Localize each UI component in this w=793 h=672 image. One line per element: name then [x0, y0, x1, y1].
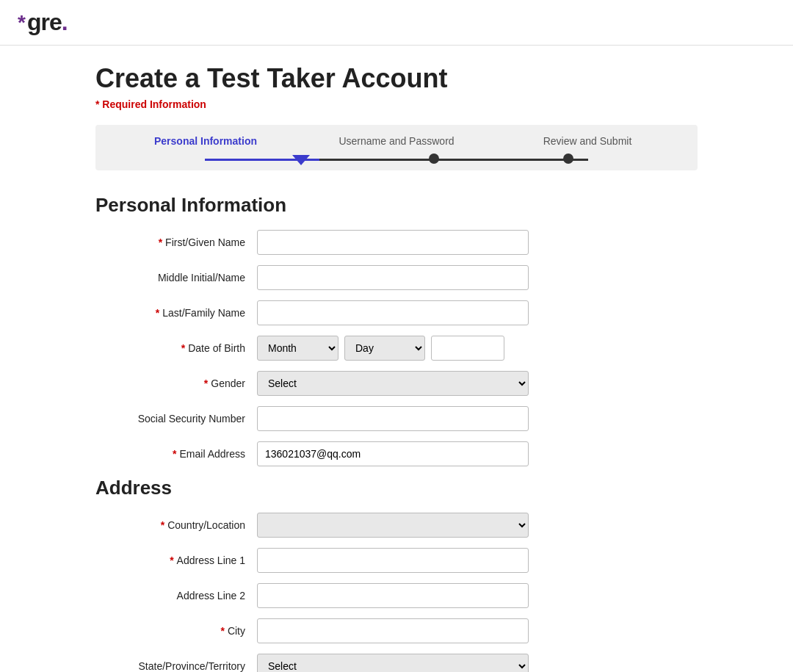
steps-bar: Personal Information Username and Passwo…: [95, 125, 698, 170]
email-required: *: [173, 448, 176, 460]
gender-required: *: [204, 377, 208, 389]
logo-dot: .: [62, 9, 68, 36]
ssn-row: Social Security Number: [95, 406, 698, 431]
page-title: Create a Test Taker Account: [95, 63, 698, 94]
required-info: * Required Information: [95, 98, 698, 110]
address1-label: *Address Line 1: [95, 554, 257, 566]
city-label: *City: [95, 625, 257, 637]
ssn-field: [257, 406, 698, 431]
country-row: *Country/Location United States China In…: [95, 513, 698, 538]
logo-asterisk: *: [18, 11, 26, 35]
dob-required: *: [181, 342, 185, 354]
steps-track: [110, 153, 683, 170]
address2-input[interactable]: [257, 583, 529, 608]
step-dot-3: [563, 153, 573, 164]
country-select[interactable]: United States China India Other: [257, 513, 529, 538]
address1-required: *: [170, 554, 173, 566]
email-label: *Email Address: [95, 448, 257, 460]
address2-label: Address Line 2: [95, 590, 257, 601]
dob-field: Month JanuaryFebruaryMarch AprilMayJune …: [257, 336, 698, 361]
first-name-required: *: [159, 236, 162, 248]
step-label-username[interactable]: Username and Password: [301, 135, 492, 147]
logo: * gre .: [18, 9, 68, 36]
ssn-input[interactable]: [257, 406, 529, 431]
email-input[interactable]: [257, 441, 529, 466]
dob-year-input[interactable]: [431, 336, 504, 361]
address1-input[interactable]: [257, 548, 529, 573]
middle-initial-label: Middle Initial/Name: [95, 272, 257, 283]
city-field: [257, 618, 698, 643]
dob-day-select[interactable]: Day for(let i=1;i<=31;i++) document.writ…: [344, 336, 425, 361]
address-title: Address: [95, 477, 698, 499]
middle-initial-field: [257, 265, 698, 290]
first-name-label: *First/Given Name: [95, 236, 257, 248]
step-dot-1: [292, 155, 310, 165]
state-select[interactable]: Select Alabama Alaska California New Yor…: [257, 654, 529, 672]
ssn-label: Social Security Number: [95, 413, 257, 424]
city-row: *City: [95, 618, 698, 643]
state-field: Select Alabama Alaska California New Yor…: [257, 654, 698, 672]
dob-label: *Date of Birth: [95, 342, 257, 354]
required-label: Required Information: [102, 98, 206, 110]
country-field: United States China India Other: [257, 513, 698, 538]
dob-row: *Date of Birth Month JanuaryFebruaryMarc…: [95, 336, 698, 361]
first-name-row: *First/Given Name: [95, 230, 698, 255]
last-name-field: [257, 300, 698, 325]
step-dot-2: [429, 153, 439, 164]
step-label-personal[interactable]: Personal Information: [110, 135, 301, 147]
email-field: [257, 441, 698, 466]
steps-labels: Personal Information Username and Passwo…: [110, 135, 683, 147]
middle-initial-row: Middle Initial/Name: [95, 265, 698, 290]
address2-field: [257, 583, 698, 608]
logo-text: gre: [27, 9, 62, 36]
personal-info-title: Personal Information: [95, 194, 698, 217]
last-name-required: *: [156, 307, 159, 319]
city-input[interactable]: [257, 618, 529, 643]
country-label: *Country/Location: [95, 519, 257, 531]
header: * gre .: [0, 0, 793, 46]
address1-row: *Address Line 1: [95, 548, 698, 573]
address2-row: Address Line 2: [95, 583, 698, 608]
first-name-field: [257, 230, 698, 255]
state-label: State/Province/Territory: [95, 660, 257, 672]
gender-label: *Gender: [95, 377, 257, 389]
gender-select[interactable]: Select Male Female Other: [257, 371, 529, 396]
step-label-review[interactable]: Review and Submit: [492, 135, 683, 147]
city-required: *: [220, 625, 224, 637]
middle-initial-input[interactable]: [257, 265, 529, 290]
dob-month-select[interactable]: Month JanuaryFebruaryMarch AprilMayJune …: [257, 336, 338, 361]
state-row: State/Province/Territory Select Alabama …: [95, 654, 698, 672]
country-required: *: [161, 519, 164, 531]
page-content: Create a Test Taker Account * Required I…: [66, 46, 727, 672]
required-asterisk: *: [95, 98, 99, 110]
last-name-row: *Last/Family Name: [95, 300, 698, 325]
gender-field: Select Male Female Other: [257, 371, 698, 396]
last-name-input[interactable]: [257, 300, 529, 325]
address1-field: [257, 548, 698, 573]
email-row: *Email Address: [95, 441, 698, 466]
last-name-label: *Last/Family Name: [95, 307, 257, 319]
first-name-input[interactable]: [257, 230, 529, 255]
gender-row: *Gender Select Male Female Other: [95, 371, 698, 396]
